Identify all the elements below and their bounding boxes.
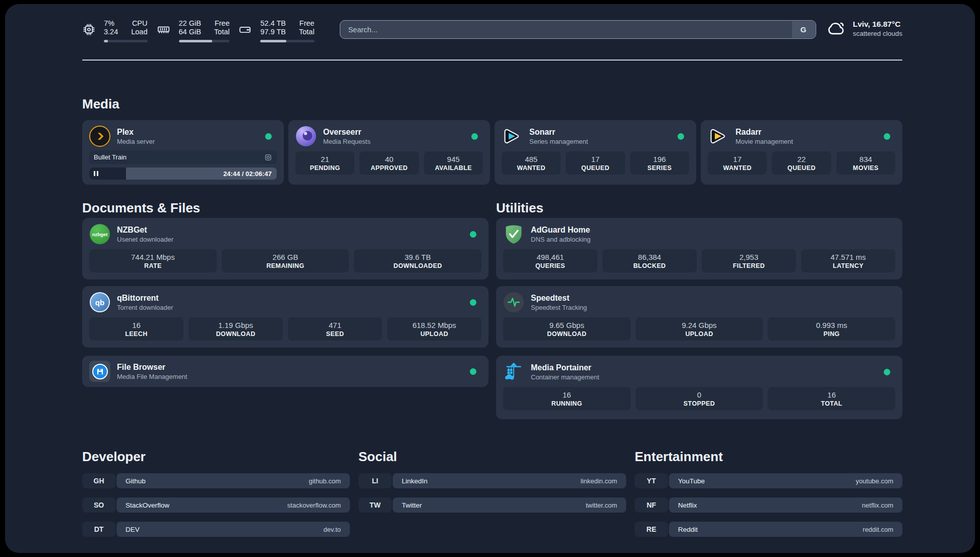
link-row-dev[interactable]: DT DEVdev.to — [82, 522, 350, 537]
link-row-stackoverflow[interactable]: SO StackOverflowstackoverflow.com — [82, 497, 350, 513]
stat-tile: 266 GB REMAINING — [222, 249, 349, 272]
link-url: netflix.com — [862, 502, 893, 509]
stat-tile: 9.65 Gbps DOWNLOAD — [503, 317, 631, 341]
stat-tile: 86,384 BLOCKED — [602, 249, 697, 272]
link-url: stackoverflow.com — [287, 502, 341, 509]
app-card-overseerr[interactable]: Overseerr Media Requests 21 PENDING 40 A… — [288, 120, 490, 185]
app-name: Radarr — [736, 128, 793, 137]
stat-label: LATENCY — [833, 262, 864, 269]
storage-free: 52.4 TB — [260, 19, 286, 28]
section-title-entertainment: Entertainment — [635, 449, 902, 465]
disc-icon[interactable] — [264, 153, 272, 161]
stat-tile: 0 STOPPED — [636, 387, 763, 410]
app-name: Media Portainer — [531, 363, 599, 372]
app-description: Usenet downloader — [117, 236, 173, 243]
stat-value: 17 — [733, 155, 742, 163]
stat-label: UPLOAD — [420, 330, 448, 338]
stat-value: 17 — [591, 155, 600, 163]
stat-label: DOWNLOAD — [547, 330, 586, 338]
link-row-twitter[interactable]: TW Twittertwitter.com — [358, 497, 626, 513]
status-dot — [470, 368, 476, 375]
stat-label: WANTED — [517, 164, 545, 172]
search-provider-button[interactable]: G — [792, 21, 815, 38]
app-card-filebrowser[interactable]: File Browser Media File Management — [82, 356, 488, 387]
memory-free: 22 GiB — [179, 19, 201, 28]
stat-tile: 498,461 QUERIES — [503, 249, 597, 272]
app-description: Media File Management — [117, 373, 187, 380]
app-name: AdGuard Home — [531, 226, 591, 235]
link-abbr: DT — [82, 522, 115, 537]
radarr-icon — [708, 126, 729, 147]
section-title-utilities: Utilities — [496, 200, 902, 216]
app-name: Speedtest — [531, 294, 587, 303]
stat-tile: 2,953 FILTERED — [702, 249, 796, 272]
stat-tile: 945 AVAILABLE — [424, 151, 483, 175]
pause-button[interactable] — [94, 168, 98, 180]
link-abbr: RE — [635, 522, 668, 537]
link-row-youtube[interactable]: YT YouTubeyoutube.com — [635, 473, 902, 488]
stat-value: 39.6 TB — [405, 253, 431, 261]
stat-tile: 16 TOTAL — [768, 387, 895, 410]
social-section: Social LI LinkedInlinkedin.com TW Twitte… — [358, 449, 626, 546]
app-card-speedtest[interactable]: Speedtest Speedtest Tracking 9.65 Gbps D… — [496, 286, 902, 348]
stat-tile: 834 MOVIES — [836, 151, 895, 175]
stat-value: 86,384 — [638, 253, 661, 261]
stat-label: MOVIES — [853, 164, 879, 172]
stat-tile: 16 RUNNING — [503, 387, 631, 410]
link-row-github[interactable]: GH Githubgithub.com — [82, 473, 350, 488]
section-title-developer: Developer — [82, 449, 350, 465]
stat-value: 498,461 — [536, 253, 564, 261]
search-input[interactable] — [340, 20, 816, 39]
app-name: NZBGet — [117, 226, 173, 235]
stat-value: 40 — [385, 155, 394, 163]
cpu-load-label: Load — [131, 28, 147, 36]
stat-value: 618.52 Mbps — [412, 321, 456, 329]
stat-label: BLOCKED — [633, 262, 666, 269]
link-name: LinkedIn — [402, 477, 427, 485]
stat-label: PENDING — [310, 164, 340, 172]
cpu-label: CPU — [131, 19, 147, 28]
stat-label: UPLOAD — [685, 330, 713, 338]
filebrowser-icon — [89, 361, 110, 382]
stat-label: PING — [824, 330, 840, 338]
link-name: Github — [126, 477, 146, 485]
app-card-portainer[interactable]: Media Portainer Container management 16 … — [496, 356, 902, 419]
app-card-sonarr[interactable]: Sonarr Series management 485 WANTED 17 Q… — [495, 120, 696, 185]
stat-label: QUEUED — [787, 164, 816, 172]
app-card-adguard[interactable]: AdGuard Home DNS and adblocking 498,461 … — [496, 218, 902, 280]
link-row-netflix[interactable]: NF Netflixnetflix.com — [635, 497, 902, 513]
link-row-reddit[interactable]: RE Redditreddit.com — [635, 522, 902, 537]
link-row-linkedin[interactable]: LI LinkedInlinkedin.com — [358, 473, 626, 488]
stat-tile: 744.21 Mbps RATE — [89, 249, 217, 272]
stat-tile: 471 SEED — [288, 317, 382, 341]
app-name: Plex — [117, 128, 155, 137]
developer-section: Developer GH Githubgithub.com SO StackOv… — [82, 449, 350, 546]
stat-tile: 1.19 Gbps DOWNLOAD — [189, 317, 283, 341]
app-description: Series management — [529, 138, 588, 145]
stat-tile: 16 LEECH — [89, 317, 183, 341]
link-url: youtube.com — [856, 477, 893, 485]
app-card-nzbget[interactable]: nzbget NZBGet Usenet downloader 744.21 M… — [82, 218, 488, 280]
stat-value: 945 — [447, 155, 460, 163]
adguard-icon — [503, 224, 524, 245]
stat-label: QUEUED — [581, 164, 609, 172]
stat-label: DOWNLOADED — [393, 262, 442, 269]
status-dot — [470, 231, 476, 238]
app-card-plex[interactable]: Plex Media server Bullet Train 24:44 / 0… — [82, 120, 284, 185]
plex-icon — [89, 126, 110, 147]
link-url: twitter.com — [586, 502, 617, 509]
cpu-progress-bar — [104, 40, 148, 42]
utilities-section: Utilities AdGuard Home DNS and adblockin… — [496, 200, 902, 419]
section-title-social: Social — [358, 449, 626, 465]
now-playing-bar: Bullet Train — [89, 150, 277, 164]
overseerr-icon — [295, 126, 317, 147]
app-card-qbittorrent[interactable]: qb qBittorrent Torrent downloader 16 LEE… — [82, 286, 488, 348]
stat-value: 2,953 — [740, 253, 759, 261]
portainer-icon — [503, 361, 524, 382]
link-url: github.com — [309, 477, 341, 485]
media-progress: 24:44 / 02:06:47 — [89, 168, 277, 180]
app-card-radarr[interactable]: Radarr Movie management 17 WANTED 22 QUE… — [701, 120, 902, 185]
stat-tile: 40 APPROVED — [359, 151, 418, 175]
status-dot — [470, 299, 476, 306]
stat-label: REMAINING — [266, 262, 304, 269]
